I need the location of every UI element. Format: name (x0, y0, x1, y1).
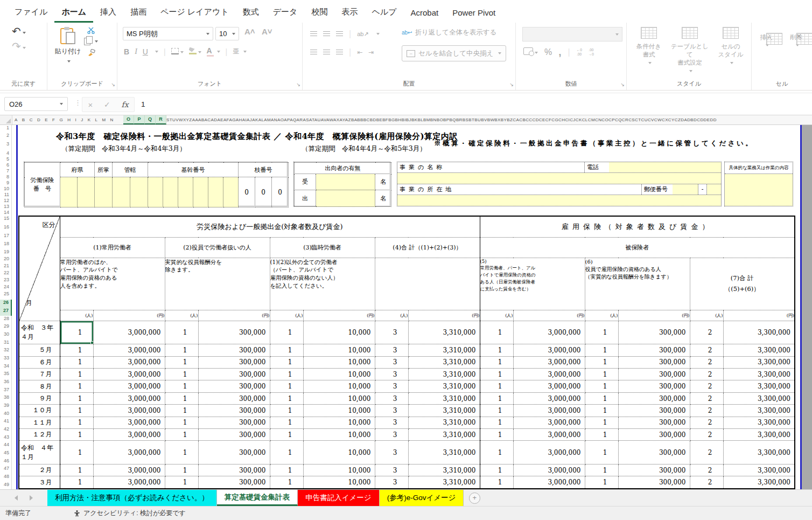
postal-code-input-1[interactable] (673, 184, 698, 195)
row-number[interactable]: 46 (0, 458, 11, 466)
insurance-digit-cell[interactable] (223, 177, 239, 207)
row-number[interactable]: 10 (0, 186, 11, 192)
branch-digit-cell[interactable]: 0 (239, 177, 255, 207)
format-painter-button[interactable] (84, 49, 98, 57)
cell-value[interactable]: 1 (480, 380, 513, 392)
cell-value[interactable]: 3,300,000 (723, 417, 795, 428)
menu-tab-page-layout[interactable]: ページ レイアウト (153, 2, 236, 23)
cell-month[interactable]: ７月 (19, 369, 60, 380)
menu-tab-help[interactable]: ヘルプ (365, 2, 403, 23)
cell-value[interactable]: 1 (165, 369, 198, 380)
cell-value[interactable]: 3,310,000 (408, 344, 480, 356)
cell-value[interactable]: 300,000 (618, 369, 690, 380)
cell-value[interactable]: 3,310,000 (408, 392, 480, 404)
insurance-digit-cell[interactable] (113, 177, 130, 207)
cell-value[interactable]: 1 (480, 405, 513, 417)
cell-value[interactable]: 300,000 (618, 476, 690, 489)
row-number[interactable]: 5 (0, 156, 11, 162)
row-number[interactable]: 6 (0, 162, 11, 168)
row-number[interactable]: 27 (0, 308, 12, 316)
column-headers-post[interactable]: STUVWXYZAAABACADAEAFAGAHAIAJAKALAMANAOAP… (166, 115, 812, 124)
cell-value[interactable]: 300,000 (198, 392, 270, 404)
sheet-tab-1[interactable]: 利用方法・注意事項（必ずお読みください。） (47, 490, 217, 506)
cell-value[interactable]: 1 (585, 392, 618, 404)
number-dialog-launcher[interactable]: ↘ (620, 82, 625, 87)
number-format-select[interactable] (522, 27, 622, 41)
cell-value[interactable]: 300,000 (618, 356, 690, 368)
cell-value[interactable]: 3,000,000 (513, 380, 585, 392)
cell-value[interactable]: 3,000,000 (513, 344, 585, 356)
row-number[interactable]: 3 (0, 141, 11, 150)
cell-month[interactable]: 令和 ３年 ４月 (19, 321, 60, 344)
column-header-selected[interactable]: O (123, 115, 134, 124)
business-address-input[interactable] (397, 195, 721, 206)
row-number[interactable]: 37 (0, 387, 11, 394)
cell-value[interactable]: 300,000 (198, 441, 270, 464)
cell-value[interactable]: 3 (375, 464, 408, 476)
cell-value[interactable]: 1 (60, 429, 93, 441)
cell-value[interactable]: 10,000 (303, 392, 375, 404)
cell-value[interactable]: 1 (480, 476, 513, 489)
cell-month[interactable]: ３月 (19, 476, 60, 489)
align-top-icon[interactable] (310, 31, 317, 37)
wrap-text-button[interactable]: ab↩ 折り返して全体を表示する (402, 28, 496, 37)
cell-value[interactable]: 2 (690, 369, 723, 380)
format-as-table-button[interactable]: テーブルとして 書式設定 (670, 27, 710, 75)
insurance-digit-cell[interactable] (130, 177, 148, 207)
insurance-digit-cell[interactable] (208, 177, 223, 207)
alignment-dialog-launcher[interactable]: ↘ (509, 82, 514, 87)
cell-value[interactable]: 10,000 (303, 429, 375, 441)
row-number[interactable]: 32 (0, 347, 11, 355)
row-number[interactable]: 48 (0, 474, 11, 482)
menu-tab-insert[interactable]: 挿入 (93, 2, 123, 23)
dispatch-out-input[interactable] (316, 190, 375, 207)
cell-value[interactable]: 3,310,000 (408, 441, 480, 464)
cell-value[interactable]: 300,000 (198, 417, 270, 428)
row-number[interactable]: 38 (0, 394, 11, 403)
row-number[interactable]: 41 (0, 418, 11, 426)
cell-value[interactable]: 3,000,000 (93, 369, 165, 380)
column-header-selected[interactable]: Q (145, 115, 156, 124)
row-number[interactable]: 36 (0, 379, 11, 387)
align-right-icon[interactable] (336, 50, 343, 55)
insurance-digit-cell[interactable] (60, 177, 78, 207)
cell-value[interactable]: 1 (270, 429, 303, 441)
cell-value[interactable]: 1 (270, 344, 303, 356)
insert-cells-button[interactable]: ← 挿入 (753, 27, 780, 48)
cell-value[interactable]: 3,000,000 (93, 356, 165, 368)
cell-month[interactable]: 令和 ４年 １月 (19, 441, 60, 464)
cell-value[interactable]: 1 (270, 321, 303, 344)
cell-value[interactable]: 1 (165, 476, 198, 489)
cell-value[interactable]: 3,300,000 (723, 392, 795, 404)
cell-value[interactable]: 300,000 (198, 476, 270, 489)
insurance-digit-cell[interactable] (193, 177, 208, 207)
row-number[interactable]: 24 (0, 284, 11, 291)
cell-styles-button[interactable]: セルの スタイル (711, 27, 751, 67)
cell-value[interactable]: 3,000,000 (93, 380, 165, 392)
delete-cells-button[interactable]: ✕ 削除 (783, 27, 810, 48)
name-box[interactable]: O26 (4, 97, 68, 111)
cell-value[interactable]: 3,300,000 (723, 405, 795, 417)
cell-value[interactable]: 1 (585, 344, 618, 356)
cell-value[interactable]: 3,000,000 (93, 344, 165, 356)
cell-value[interactable]: 1 (585, 476, 618, 489)
cell-value[interactable]: 1 (165, 321, 198, 344)
redo-button[interactable]: ↷ (12, 40, 47, 53)
cell-value[interactable]: 300,000 (198, 369, 270, 380)
cancel-entry-icon[interactable]: × (88, 100, 93, 109)
cell-value[interactable]: 1 (585, 464, 618, 476)
bold-button[interactable]: B (124, 47, 129, 56)
cell-month[interactable]: １１月 (19, 417, 60, 428)
decrease-font-icon[interactable]: A˅ (262, 27, 272, 36)
cell-value[interactable]: 3 (375, 417, 408, 428)
font-color-button[interactable]: A (207, 46, 214, 57)
cell-value[interactable]: 3,300,000 (723, 356, 795, 368)
cell-value[interactable]: 1 (60, 380, 93, 392)
row-number[interactable]: 28 (0, 316, 11, 323)
cell-value[interactable]: 1 (60, 344, 93, 356)
row-number[interactable]: 49 (0, 482, 11, 489)
formula-input[interactable]: 1 (141, 97, 807, 111)
row-number[interactable]: 31 (0, 339, 11, 347)
cell-value[interactable]: 300,000 (618, 392, 690, 404)
column-header-selected[interactable]: P (134, 115, 145, 124)
